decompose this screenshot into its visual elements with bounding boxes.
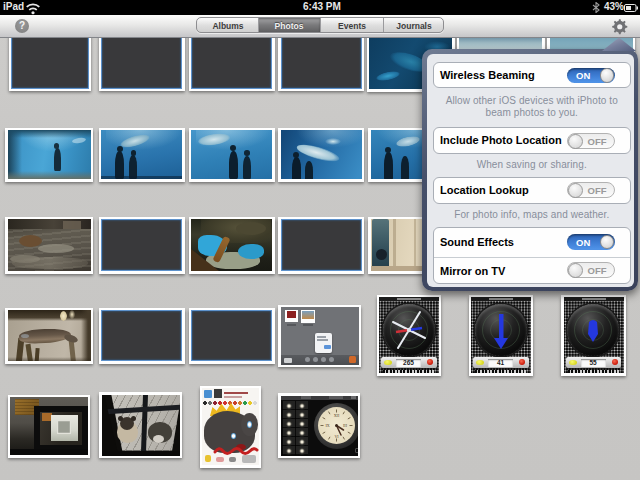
svg-text:XII: XII [334,413,340,418]
svg-text:III: III [343,423,348,428]
svg-text:VI: VI [334,434,339,439]
svg-text:IX: IX [325,423,329,428]
